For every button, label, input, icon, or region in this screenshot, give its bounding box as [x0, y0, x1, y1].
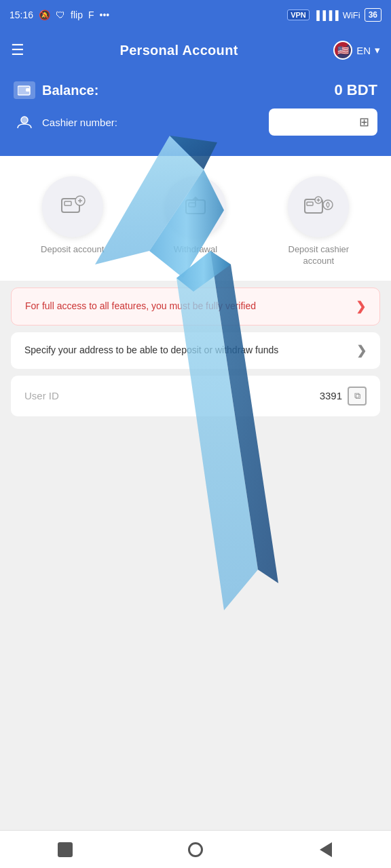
back-button[interactable]: [314, 837, 338, 862]
top-nav: ☰ Personal Account 🇺🇸 EN ▾: [0, 30, 391, 71]
balance-row: Balance: 0 BDT: [14, 81, 377, 99]
address-card[interactable]: Specify your address to be able to depos…: [11, 332, 380, 369]
balance-amount: 0 BDT: [334, 81, 377, 99]
deposit-account-button[interactable]: Deposit account: [32, 176, 113, 267]
flag-icon: 🇺🇸: [333, 41, 352, 60]
circle-icon: [188, 842, 203, 857]
actions-section: Deposit account Withdrawal: [0, 156, 391, 281]
language-label: EN: [356, 45, 371, 56]
svg-point-2: [21, 117, 28, 123]
recent-apps-button[interactable]: [53, 837, 77, 862]
cashier-row: Cashier number: ⊞: [14, 108, 377, 136]
status-right: VPN ▐▐▐▐ WiFi 36: [287, 8, 381, 22]
verification-card[interactable]: For full access to all features, you mus…: [11, 288, 380, 326]
svg-rect-1: [26, 88, 30, 92]
deposit-cashier-circle: [288, 176, 349, 237]
status-left: 15:16 🔕 🛡 flip F •••: [10, 9, 109, 20]
svg-rect-11: [307, 202, 313, 205]
address-text: Specify your address to be able to depos…: [24, 344, 356, 357]
time: 15:16: [10, 9, 33, 20]
balance-label: Balance:: [14, 81, 98, 99]
deposit-account-circle: [42, 176, 103, 237]
user-id-label: User ID: [24, 390, 59, 401]
signal-icon: ▐▐▐▐: [314, 10, 339, 20]
home-button[interactable]: [183, 837, 208, 862]
deposit-account-label: Deposit account: [41, 244, 104, 256]
withdrawal-button[interactable]: Withdrawal: [155, 176, 236, 267]
triangle-icon: [320, 842, 332, 857]
info-section: For full access to all features, you mus…: [0, 281, 391, 430]
user-id-number: 3391: [320, 390, 342, 401]
withdrawal-label: Withdrawal: [174, 244, 217, 256]
cashier-label: Cashier number:: [14, 113, 117, 131]
wifi-icon: WiFi: [343, 10, 360, 20]
copy-icon: ⧉: [354, 391, 360, 401]
menu-button[interactable]: ☰: [11, 43, 24, 58]
withdrawal-circle: [165, 176, 226, 237]
app-icon: F: [88, 9, 94, 20]
verification-chevron-icon: ❯: [356, 299, 366, 314]
balance-section: Balance: 0 BDT Cashier number: ⊞: [0, 71, 391, 156]
copy-button[interactable]: ⧉: [348, 387, 367, 406]
svg-rect-9: [189, 203, 196, 207]
more-icon: •••: [100, 9, 110, 20]
cashier-icon: [14, 113, 35, 131]
language-selector[interactable]: 🇺🇸 EN ▾: [333, 41, 380, 60]
status-bar: 15:16 🔕 🛡 flip F ••• VPN ▐▐▐▐ WiFi 36: [0, 0, 391, 30]
qr-icon: ⊞: [359, 115, 369, 130]
battery: 36: [365, 8, 381, 22]
chevron-down-icon: ▾: [375, 44, 380, 56]
deposit-cashier-label: Deposit cashier account: [278, 244, 359, 267]
svg-rect-4: [64, 201, 71, 205]
square-icon: [58, 842, 73, 857]
address-chevron-icon: ❯: [356, 343, 367, 358]
deposit-cashier-button[interactable]: Deposit cashier account: [278, 176, 359, 267]
flip-label: flip: [71, 9, 83, 20]
wallet-icon: [14, 81, 35, 99]
vpn-badge: VPN: [287, 9, 310, 20]
notification-icon: 🔕: [39, 9, 50, 20]
main-content: 15:16 🔕 🛡 flip F ••• VPN ▐▐▐▐ WiFi 36 ☰ …: [0, 0, 391, 468]
user-id-value: 3391 ⧉: [320, 387, 367, 406]
page-title: Personal Account: [120, 43, 238, 58]
verification-text: For full access to all features, you mus…: [25, 300, 356, 313]
shield-icon: 🛡: [56, 9, 65, 20]
cashier-number-input[interactable]: ⊞: [269, 108, 377, 136]
bottom-nav-bar: [0, 830, 391, 868]
user-id-card: User ID 3391 ⧉: [11, 376, 380, 416]
